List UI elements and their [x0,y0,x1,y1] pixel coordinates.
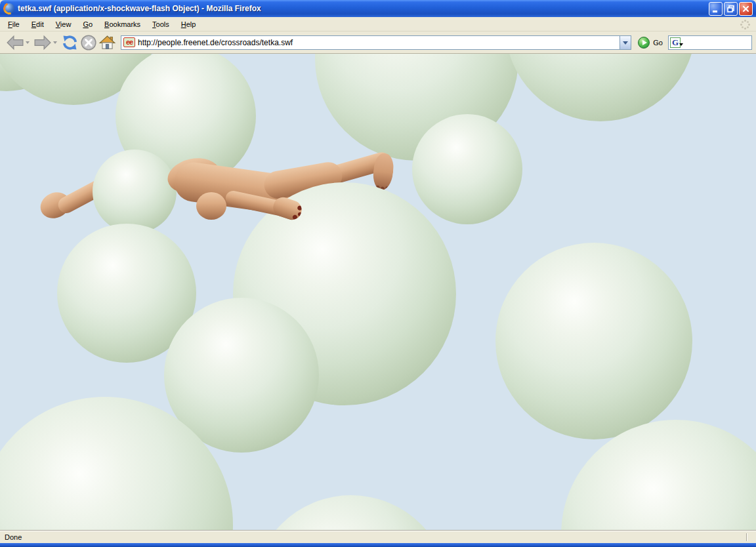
back-button[interactable] [5,33,25,52]
url-input[interactable] [135,38,620,47]
menu-edit[interactable]: Edit [26,18,50,31]
window-title: tetka.swf (application/x-shockwave-flash… [18,4,709,13]
forward-button[interactable] [33,33,52,52]
go-icon [638,37,650,49]
minimize-button[interactable] [709,2,723,16]
bubble [412,114,522,224]
restore-icon [726,5,735,13]
stop-icon [80,34,97,51]
bubble [93,150,177,233]
forward-dropdown-caret[interactable] [53,41,57,46]
close-icon [742,5,750,13]
go-button[interactable]: Go [635,37,667,49]
flash-content[interactable] [0,54,756,530]
reload-button[interactable] [60,33,79,52]
menu-bookmarks[interactable]: Bookmarks [98,18,146,31]
menu-bar: File Edit View Go Bookmarks Tools Help [0,17,756,31]
search-box: G [668,35,752,50]
back-dropdown-caret[interactable] [26,41,30,46]
menu-file[interactable]: File [2,18,26,31]
stop-button[interactable] [79,33,98,52]
go-label: Go [653,39,663,47]
navigation-toolbar: ee Go G [0,31,756,54]
status-divider [746,533,747,541]
menu-tools[interactable]: Tools [146,18,175,31]
status-text: Done [5,533,22,541]
window-bottom-border [0,543,756,547]
menu-go[interactable]: Go [77,18,98,31]
restore-button[interactable] [724,2,738,16]
google-logo-icon[interactable]: G [670,37,681,48]
bubble [253,495,450,530]
firefox-icon [4,3,14,14]
throbber-icon [739,18,751,30]
address-bar: ee [121,35,631,50]
forward-arrow-icon [33,34,52,51]
search-input[interactable] [681,38,751,47]
minimize-icon [711,5,720,13]
window-controls [709,2,753,16]
bubble [495,243,692,439]
home-icon [98,34,116,51]
status-bar: Done [0,530,756,543]
site-favicon: ee [123,37,135,47]
menu-view[interactable]: View [50,18,77,31]
back-arrow-icon [6,34,24,51]
reload-icon [61,34,79,51]
bubble [505,54,696,121]
url-dropdown-button[interactable] [620,36,631,49]
menu-help[interactable]: Help [175,18,202,31]
window-titlebar: tetka.swf (application/x-shockwave-flash… [0,0,756,17]
browser-window: tetka.swf (application/x-shockwave-flash… [0,0,756,547]
close-button[interactable] [739,2,753,16]
home-button[interactable] [98,33,117,52]
figure-knee [196,192,226,220]
